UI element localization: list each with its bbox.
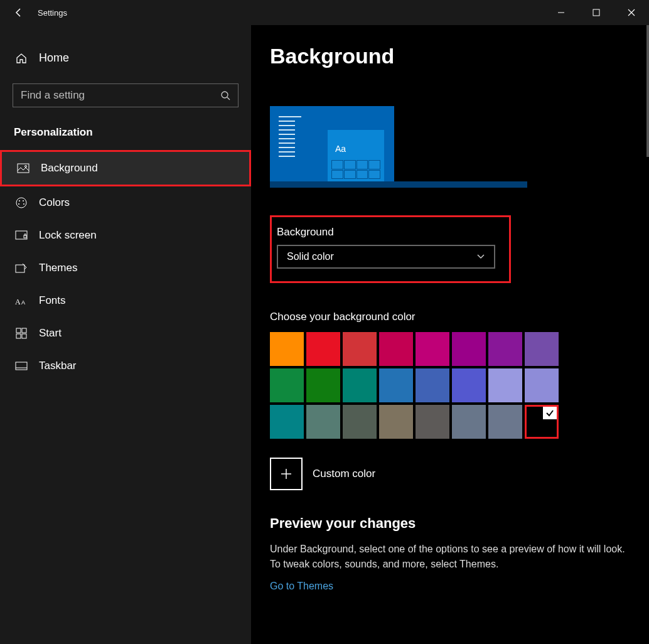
minimize-icon [557, 9, 565, 16]
color-swatch[interactable] [488, 332, 522, 366]
svg-rect-4 [18, 164, 29, 173]
background-dropdown[interactable]: Solid color [277, 245, 495, 269]
preview-changes-text: Under Background, select one of the opti… [270, 542, 630, 572]
nav-label: Colors [39, 196, 70, 209]
home-nav[interactable]: Home [0, 44, 251, 72]
svg-point-5 [25, 166, 27, 168]
background-field-label: Background [277, 226, 503, 239]
nav-label: Themes [39, 262, 77, 274]
color-swatch[interactable] [452, 332, 486, 366]
plus-icon [280, 468, 292, 480]
color-swatch[interactable] [416, 368, 449, 402]
color-swatch[interactable] [270, 368, 304, 402]
svg-rect-20 [16, 362, 27, 370]
svg-rect-18 [16, 334, 21, 338]
maximize-icon [593, 9, 600, 16]
color-section-label: Choose your background color [270, 311, 630, 323]
search-box[interactable] [13, 83, 239, 107]
color-swatch[interactable] [416, 405, 449, 439]
color-swatch[interactable] [488, 368, 522, 402]
color-swatch[interactable] [452, 405, 486, 439]
desktop-preview: Aa [270, 106, 630, 188]
preview-changes-heading: Preview your changes [270, 515, 630, 532]
lock-screen-icon [15, 230, 28, 240]
search-icon [220, 90, 230, 100]
nav-fonts[interactable]: AA Fonts [0, 284, 251, 317]
back-button[interactable] [0, 0, 38, 25]
nav-themes[interactable]: Themes [0, 252, 251, 284]
color-swatch[interactable] [270, 332, 304, 366]
svg-rect-12 [24, 235, 26, 238]
nav-lock-screen[interactable]: Lock screen [0, 219, 251, 252]
color-swatch[interactable] [379, 368, 413, 402]
custom-color-label: Custom color [313, 468, 375, 480]
home-label: Home [39, 51, 69, 65]
sidebar: Home Personalization Background Colors L… [0, 25, 251, 644]
nav-start[interactable]: Start [0, 317, 251, 350]
color-swatch[interactable] [525, 368, 559, 402]
svg-point-8 [23, 200, 24, 201]
fonts-icon: AA [15, 296, 28, 306]
svg-rect-19 [22, 334, 26, 338]
color-swatch[interactable] [306, 368, 340, 402]
close-icon [628, 9, 635, 16]
window-controls [544, 0, 649, 25]
nav-colors[interactable]: Colors [0, 186, 251, 219]
picture-icon [17, 163, 30, 173]
nav-label: Taskbar [39, 360, 77, 372]
section-heading: Personalization [0, 126, 251, 150]
svg-rect-1 [593, 9, 599, 16]
color-swatch[interactable] [488, 405, 522, 439]
color-swatch[interactable] [525, 332, 559, 366]
svg-point-7 [19, 200, 20, 201]
nav-background[interactable]: Background [0, 150, 251, 186]
taskbar-icon [15, 362, 28, 370]
svg-rect-13 [16, 265, 24, 272]
color-swatch[interactable] [379, 332, 413, 366]
go-to-themes-link[interactable]: Go to Themes [270, 581, 333, 591]
window-title: Settings [38, 8, 67, 18]
svg-rect-17 [22, 328, 26, 333]
minimize-button[interactable] [544, 0, 579, 25]
color-swatch[interactable] [525, 405, 559, 439]
svg-text:A: A [15, 298, 21, 306]
custom-color-button[interactable] [270, 458, 303, 490]
color-swatch[interactable] [306, 405, 340, 439]
nav-label: Lock screen [39, 229, 97, 242]
preview-sample-text: Aa [335, 144, 346, 154]
svg-point-10 [18, 203, 19, 205]
content-area: Background Aa Background Solid color [251, 25, 649, 644]
checkmark-icon [543, 407, 557, 419]
color-swatch[interactable] [343, 405, 377, 439]
nav-label: Fonts [39, 294, 66, 307]
background-type-section: Background Solid color [270, 215, 511, 283]
close-button[interactable] [614, 0, 649, 25]
chevron-down-icon [476, 254, 485, 260]
svg-point-6 [16, 198, 26, 208]
nav-label: Start [39, 327, 62, 340]
page-title: Background [270, 44, 630, 68]
color-swatch[interactable] [452, 368, 486, 402]
color-swatch-grid [270, 332, 559, 439]
color-swatch[interactable] [270, 405, 304, 439]
svg-point-2 [222, 92, 228, 98]
color-swatch[interactable] [343, 368, 377, 402]
arrow-left-icon [14, 8, 24, 18]
scrollbar[interactable] [646, 25, 649, 157]
nav-taskbar[interactable]: Taskbar [0, 350, 251, 382]
color-swatch[interactable] [416, 332, 449, 366]
maximize-button[interactable] [579, 0, 614, 25]
dropdown-value: Solid color [287, 251, 334, 262]
nav-label: Background [41, 162, 98, 174]
palette-icon [15, 196, 28, 209]
color-swatch[interactable] [343, 332, 377, 366]
themes-icon [15, 262, 28, 274]
color-swatch[interactable] [379, 405, 413, 439]
svg-line-3 [227, 97, 230, 100]
titlebar: Settings [0, 0, 649, 25]
home-icon [15, 53, 28, 64]
search-input[interactable] [21, 89, 220, 102]
svg-text:A: A [21, 299, 25, 306]
svg-point-9 [23, 203, 24, 205]
color-swatch[interactable] [306, 332, 340, 366]
